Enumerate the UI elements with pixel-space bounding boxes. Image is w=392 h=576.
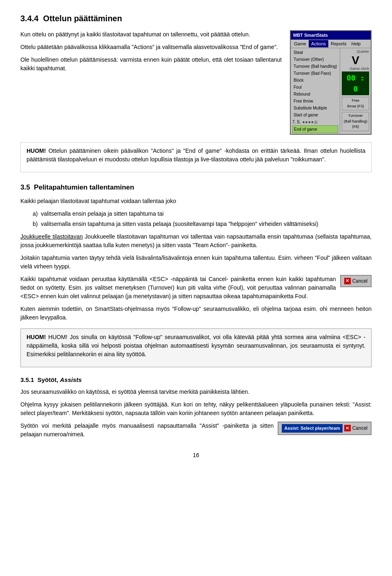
intro-para-2: Ottelu päätetään päävalikossa klikkaamal… bbox=[20, 43, 282, 51]
widget-titlebar: MBT SmartStats bbox=[291, 31, 371, 40]
widget-menubar: Game Actions Reports Help bbox=[291, 40, 371, 49]
huom-content: Ottelun päättäminen oikein päävalikon "A… bbox=[27, 147, 365, 163]
action-steal[interactable]: Steal bbox=[292, 49, 338, 56]
para-joitakin: Joitakin tapahtumia varten täytyy tehdä … bbox=[20, 254, 372, 271]
action-turnover-ball[interactable]: Turnover (Ball handling) bbox=[292, 63, 338, 70]
quarter-value: V bbox=[342, 55, 369, 66]
info-box-text: HUOM! HUOM! Jos sinulla on käytössä "Fol… bbox=[27, 333, 365, 359]
action-foul[interactable]: Foul bbox=[292, 84, 338, 91]
widget-actions-list: Steal Turnover (Other) Turnover (Ball ha… bbox=[291, 48, 340, 134]
huom-text: HUOM! Ottelun päättäminen oikein päävali… bbox=[27, 147, 365, 164]
free-throw-box: Free throw (F3) bbox=[342, 97, 369, 110]
gameclock-value: 00 : 0 bbox=[342, 71, 369, 95]
action-turnover-bad[interactable]: Turnover (Bad Pass) bbox=[292, 70, 338, 77]
huom-prefix: HUOM! bbox=[27, 147, 46, 154]
para-followup: Kuten aiemmin todettiin, on SmartStats-o… bbox=[20, 305, 372, 322]
intro-para-3: Ole huolellinen ottelun päättämisessä: v… bbox=[20, 56, 282, 73]
assist-label: Assist: Select player/team bbox=[282, 424, 342, 433]
menu-game[interactable]: Game bbox=[292, 40, 309, 48]
section-344-title: 3.4.4 Ottelun päättäminen bbox=[20, 12, 372, 25]
menu-reports[interactable]: Reports bbox=[328, 40, 349, 48]
widget-body: Steal Turnover (Other) Turnover (Ball ha… bbox=[291, 48, 371, 134]
intro-text-block: Kun ottelu on päättynyt ja kaikki tilast… bbox=[20, 30, 282, 135]
action-block[interactable]: Block bbox=[292, 77, 338, 84]
huom-box-344: HUOM! Ottelun päättäminen oikein päävali… bbox=[20, 142, 372, 172]
section-351-title: 3.5.1 Syötöt, Assists bbox=[20, 375, 372, 385]
list-item-a-label: a) bbox=[33, 210, 41, 217]
widget-stats-panel: Quarter V Game clock 00 : 0 Free throw (… bbox=[340, 48, 371, 134]
assist-cancel-x-icon: ✕ bbox=[344, 425, 351, 431]
widget-row-num: 7. S. ●●●●◎ bbox=[292, 118, 338, 125]
list-item-b-label: b) bbox=[33, 221, 41, 227]
para-joukkueelle: Joukkueelle tilastoitavan Joukkueelle ti… bbox=[20, 232, 372, 250]
action-start[interactable]: Start of game bbox=[292, 112, 338, 118]
action-substitute[interactable]: Substitute Multiple bbox=[292, 105, 338, 112]
smartstats-widget: MBT SmartStats Game Actions Reports Help… bbox=[290, 30, 372, 135]
action-turnover-other[interactable]: Turnover (Other) bbox=[292, 56, 338, 63]
info-huom: HUOM! bbox=[27, 334, 46, 340]
para-cancel: ✕ Cancel Kaikki tapahtumat voidaan peruu… bbox=[20, 275, 372, 301]
gameclock-label: Game clock bbox=[342, 66, 369, 72]
cancel-x-icon: ✕ bbox=[344, 278, 351, 284]
underline-joukkueelle: Joukkueelle tilastoitavan bbox=[20, 233, 83, 240]
action-end-of-game[interactable]: End of game bbox=[292, 125, 338, 133]
list-item-b: b) valitsemalla ensin tapahtuma ja sitte… bbox=[33, 220, 372, 228]
section-344-intro: Kun ottelu on päättynyt ja kaikki tilast… bbox=[20, 30, 372, 135]
pelitapahtumat-intro: Kaikki pelaajan tilastoitavat tapahtumat… bbox=[20, 197, 372, 205]
action-rebound[interactable]: Rebound bbox=[292, 91, 338, 98]
section-35: 3.5 Pelitapahtumien tallentaminen Kaikki… bbox=[20, 182, 372, 367]
pelitapahtumat-body: Kaikki pelaajan tilastoitavat tapahtumat… bbox=[20, 197, 372, 322]
action-free-throw[interactable]: Free throw bbox=[292, 98, 338, 105]
pelitapahtumat-list: a) valitsemalla ensin pelaaja ja sitten … bbox=[20, 210, 372, 228]
section-351: 3.5.1 Syötöt, Assists Jos seuraamusvalik… bbox=[20, 375, 372, 439]
menu-help[interactable]: Help bbox=[349, 40, 363, 48]
assist-widget: Assist: Select player/team ✕ Cancel bbox=[278, 422, 372, 435]
list-item-a: a) valitsemalla ensin pelaaja ja sitten … bbox=[33, 210, 372, 218]
intro-para-1: Kun ottelu on päättynyt ja kaikki tilast… bbox=[20, 30, 282, 39]
info-box-followup: HUOM! HUOM! Jos sinulla on käytössä "Fol… bbox=[20, 328, 372, 367]
cancel-label: Cancel bbox=[352, 277, 368, 285]
para-351-2: Ohjelma kysyy jokaisen pelitilannekorin … bbox=[20, 400, 372, 417]
cancel-widget: ✕ Cancel bbox=[340, 275, 372, 287]
section-35-title: 3.5 Pelitapahtumien tallentaminen bbox=[20, 182, 372, 193]
page-number: 16 bbox=[20, 451, 372, 460]
turnover-box: Turnover (Ball handling) (F8) bbox=[342, 112, 369, 131]
menu-actions[interactable]: Actions bbox=[309, 40, 328, 48]
para-351-1: Jos seuraamusvalikko on käytössä, ei syö… bbox=[20, 388, 372, 396]
assist-cancel-label: Cancel bbox=[352, 424, 368, 432]
para-351-3: Assist: Select player/team ✕ Cancel Syöt… bbox=[20, 422, 372, 439]
